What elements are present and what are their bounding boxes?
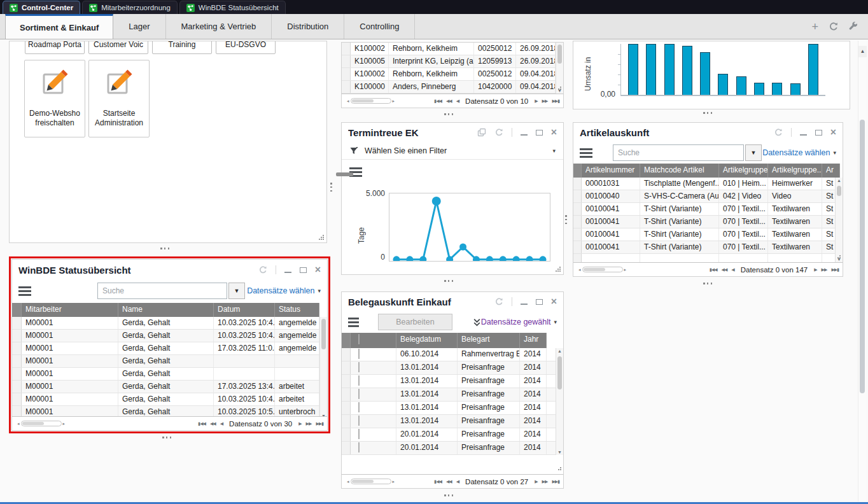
pager-first-button[interactable]: ▮◀◀	[198, 421, 206, 426]
filter-dropdown-button[interactable]: ▼	[745, 144, 762, 161]
row-selector[interactable]	[342, 43, 351, 55]
row-selector[interactable]	[342, 415, 351, 428]
maximize-icon[interactable]	[536, 130, 543, 136]
launcher-tile[interactable]: Demo-Webshofreischalten	[24, 60, 85, 137]
horizontal-scrollbar[interactable]	[351, 98, 391, 104]
splitter-handle[interactable]	[160, 248, 169, 249]
pager-forward-button[interactable]: ▶▶	[306, 421, 312, 426]
launcher-button[interactable]: Roadmap Porta	[25, 41, 85, 54]
hscroll-right-icon[interactable]: ▸	[623, 267, 628, 272]
hscroll-left-icon[interactable]: ◂	[346, 99, 351, 104]
row-selector[interactable]	[342, 361, 351, 374]
scrollbar-fragment[interactable]	[336, 172, 353, 176]
row-selector[interactable]	[342, 68, 351, 80]
select-records-link[interactable]: Datensätze wählen	[762, 148, 830, 157]
hscroll-left-icon[interactable]: ◂	[577, 267, 582, 272]
table-row[interactable]: 13.01.2014Preisanfrage2014	[342, 415, 563, 428]
column-header[interactable]: Ar	[822, 164, 840, 178]
pager-last-button[interactable]: ▶▶▮	[552, 99, 559, 104]
row-checkbox[interactable]	[358, 402, 360, 412]
chevron-down-icon[interactable]: ▾	[318, 288, 321, 294]
search-input[interactable]	[97, 283, 227, 299]
checkbox-cell[interactable]	[351, 361, 396, 374]
table-row[interactable]: 13.01.2014Preisanfrage2014	[342, 361, 563, 375]
minimize-icon[interactable]	[521, 299, 528, 305]
row-selector[interactable]	[342, 388, 351, 401]
table-row[interactable]: K100002Rehborn, Kelkheim0025001209.04.20…	[342, 68, 563, 81]
table-row[interactable]	[573, 254, 843, 262]
row-selector-header[interactable]	[12, 303, 22, 317]
tab-controlling[interactable]: Controlling	[344, 14, 415, 39]
splitter-handle[interactable]	[444, 494, 453, 496]
pager-last-button[interactable]: ▶▶▮	[316, 421, 323, 426]
horizontal-scrollbar[interactable]	[21, 421, 62, 426]
window-tab[interactable]: Mitarbeiterzuordnung	[82, 1, 178, 14]
panel-menu-icon[interactable]	[580, 148, 592, 158]
splitter-handle[interactable]	[444, 280, 453, 282]
pager-next-button[interactable]: ▶	[298, 421, 301, 426]
splitter-handle[interactable]	[330, 183, 332, 192]
column-header[interactable]: Artikelgruppe...	[768, 164, 822, 178]
row-selector[interactable]	[12, 317, 22, 329]
hscroll-right-icon[interactable]: ▸	[391, 99, 396, 104]
checkbox-cell[interactable]	[351, 375, 396, 388]
splitter-handle[interactable]	[162, 437, 171, 438]
column-header[interactable]: Status	[275, 303, 319, 317]
row-selector[interactable]	[342, 375, 351, 388]
column-header[interactable]: Matchcode Artikel	[640, 164, 719, 178]
refresh-icon[interactable]	[494, 297, 503, 306]
resize-grip[interactable]	[836, 255, 841, 261]
row-selector-header[interactable]	[342, 333, 351, 348]
row-checkbox[interactable]	[358, 442, 360, 452]
row-selector[interactable]	[342, 428, 351, 441]
maximize-icon[interactable]	[815, 130, 822, 136]
column-header[interactable]: Artikelnummer	[582, 164, 640, 178]
column-header[interactable]: Jahr	[520, 333, 547, 348]
pager-rewind-button[interactable]: ◀◀	[446, 99, 452, 104]
pager-next-button[interactable]: ▶	[535, 99, 537, 104]
resize-grip[interactable]	[556, 267, 561, 272]
hscroll-right-icon[interactable]: ▸	[62, 421, 67, 426]
table-row[interactable]: M00001Gerda, Gehalt17.03.2025 13:4...arb…	[12, 381, 327, 393]
close-icon[interactable]: ×	[830, 129, 836, 136]
table-row[interactable]: M00001Gerda, Gehalt10.03.2025 10:4...arb…	[12, 393, 327, 406]
chevron-down-icon[interactable]: ▾	[552, 148, 556, 154]
close-icon[interactable]: ×	[551, 129, 557, 136]
table-row[interactable]: 00001031Tischplatte (Mengenf...010 | Hei…	[573, 178, 843, 190]
checkbox-cell[interactable]	[351, 415, 396, 428]
column-header[interactable]: Belegart	[458, 333, 520, 348]
column-header[interactable]: Mitarbeiter	[22, 303, 118, 317]
maximize-icon[interactable]	[300, 267, 307, 273]
refresh-icon[interactable]	[258, 265, 267, 274]
chevron-down-icon[interactable]: ▾	[554, 319, 557, 325]
table-row[interactable]: 20.01.2014Preisanfrage2014	[342, 428, 563, 442]
vertical-scrollbar[interactable]: ▲ ▼	[556, 348, 563, 455]
pager-prev-button[interactable]: ◀	[456, 99, 459, 104]
tab-sortiment-einkauf[interactable]: Sortiment & Einkauf	[5, 14, 113, 39]
table-row[interactable]: 20.01.2014Preisanfrage2014	[342, 442, 563, 455]
row-selector-header[interactable]	[573, 164, 582, 178]
pager-prev-button[interactable]: ◀	[731, 267, 734, 272]
selected-records-link[interactable]: Datensätze gewählt	[481, 318, 551, 326]
row-checkbox[interactable]	[358, 375, 360, 386]
tab-distribution[interactable]: Distribution	[272, 14, 344, 39]
row-checkbox[interactable]	[358, 349, 360, 359]
tab-lager[interactable]: Lager	[113, 14, 165, 39]
launcher-tile[interactable]: StartseiteAdministration	[88, 60, 150, 137]
table-row[interactable]: 00100041T-Shirt (Variante)070 | Textil..…	[573, 203, 843, 216]
row-checkbox[interactable]	[358, 429, 360, 439]
row-selector[interactable]	[573, 241, 582, 253]
pager-prev-button[interactable]: ◀	[456, 479, 459, 484]
popout-icon[interactable]	[477, 128, 486, 137]
row-selector[interactable]	[12, 381, 22, 393]
table-row[interactable]: M00001Gerda, Gehalt17.03.2025 11:0...ang…	[12, 342, 327, 355]
row-selector[interactable]	[342, 348, 351, 361]
row-checkbox[interactable]	[358, 416, 360, 426]
minimize-icon[interactable]	[284, 267, 291, 273]
row-checkbox[interactable]	[358, 362, 360, 372]
pager-first-button[interactable]: ▮◀◀	[710, 267, 717, 272]
refresh-icon[interactable]	[774, 128, 783, 137]
pager-forward-button[interactable]: ▶▶	[822, 267, 827, 272]
row-selector[interactable]	[342, 81, 351, 93]
row-selector[interactable]	[12, 342, 22, 354]
